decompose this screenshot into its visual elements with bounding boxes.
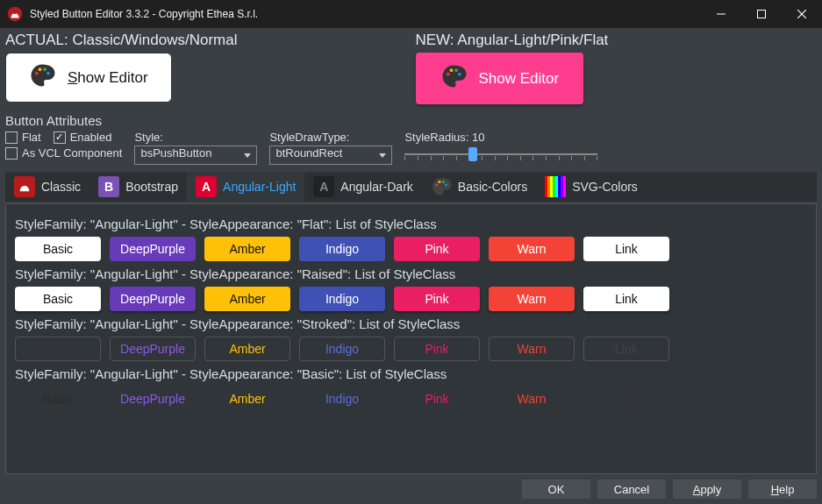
basic-indigo-button[interactable]: Indigo [299,387,385,411]
raised-deeppurple-button[interactable]: DeepPurple [110,287,196,311]
stroked-pink-button[interactable]: Pink [394,337,480,361]
svg-point-12 [458,73,461,76]
window-title: Styled Button Editor 3.3.2 - Copyright E… [30,8,701,20]
palette-icon [440,63,467,94]
stroked-warn-button[interactable]: Warn [489,337,575,361]
basic-amber-button[interactable]: Amber [204,387,290,411]
svg-point-13 [435,183,438,186]
drawtype-dropdown[interactable]: btRoundRect [269,146,392,165]
new-label: NEW: Angular-Light/Pink/Flat [416,32,818,49]
title-bar: Styled Button Editor 3.3.2 - Copyright E… [0,0,822,28]
classic-helmet-icon [14,176,35,197]
palette-icon [29,62,55,93]
bootstrap-icon: B [98,176,119,197]
flat-basic-button[interactable]: Basic [15,237,101,261]
flat-deeppurple-button[interactable]: DeepPurple [110,237,196,261]
flat-amber-button[interactable]: Amber [204,237,290,261]
stroked-basic-button[interactable]: Basic [15,337,101,361]
svg-point-15 [442,181,445,183]
raised-link-button[interactable]: Link [583,287,669,311]
actual-show-editor-button[interactable]: Show Editor [5,53,172,103]
svg-rect-22 [558,176,561,197]
new-show-editor-button[interactable]: Show Editor [416,53,584,104]
tab-basic-colors[interactable]: Basic-Colors [422,172,536,202]
raised-indigo-button[interactable]: Indigo [299,287,385,311]
style-class-panel: StyleFamily: "Angular-Light" - StyleAppe… [5,203,817,474]
svg-point-9 [446,73,449,76]
basic-basic-button[interactable]: Basic [15,387,101,411]
stroked-link-button[interactable]: Link [583,337,669,361]
actual-label: ACTUAL: Classic/Windows/Normal [5,32,407,49]
svg-rect-20 [553,176,555,197]
flat-pink-button[interactable]: Pink [394,237,480,261]
svg-rect-18 [547,176,550,197]
radius-label: StyleRadius: 10 [404,131,597,144]
palette-colors-icon [431,176,452,197]
svg-rect-24 [563,176,566,197]
svg-point-7 [43,67,46,71]
drawtype-label: StyleDrawType: [269,131,392,144]
svg-rect-17 [545,176,547,197]
angular-icon: A [196,176,217,197]
button-attributes-section: Button Attributes Flat Enabled As VCL Co… [5,113,817,165]
preview-row: ACTUAL: Classic/Windows/Normal Show Edit… [5,32,817,104]
group-stroked-header: StyleFamily: "Angular-Light" - StyleAppe… [15,316,807,331]
raised-basic-button[interactable]: Basic [15,287,101,311]
raised-amber-button[interactable]: Amber [204,287,290,311]
stroked-indigo-button[interactable]: Indigo [299,337,385,361]
help-button[interactable]: Help [748,479,817,499]
basic-pink-button[interactable]: Pink [394,387,480,411]
new-button-label: Show Editor [479,70,560,88]
as-vcl-checkbox[interactable]: As VCL Component [5,146,122,160]
tab-classic[interactable]: Classic [5,172,89,202]
basic-deeppurple-button[interactable]: DeepPurple [110,387,196,411]
tab-angular-dark[interactable]: A Angular-Dark [304,172,421,202]
flat-link-button[interactable]: Link [583,237,669,261]
group-flat-header: StyleFamily: "Angular-Light" - StyleAppe… [15,217,807,231]
close-button[interactable] [782,0,822,28]
dialog-footer: OK Cancel Apply Help [5,479,817,499]
maximize-button[interactable] [741,0,782,28]
svg-point-8 [46,72,50,75]
svg-point-11 [454,68,458,72]
basic-warn-button[interactable]: Warn [489,387,575,411]
attributes-title: Button Attributes [5,113,817,128]
family-tabs: Classic B Bootstrap A Angular-Light A An… [5,172,817,202]
flat-warn-button[interactable]: Warn [489,237,575,261]
svg-point-14 [438,181,440,183]
app-helmet-icon [7,6,23,22]
enabled-checkbox[interactable]: Enabled [54,131,112,144]
flat-indigo-button[interactable]: Indigo [299,237,385,261]
stroked-deeppurple-button[interactable]: DeepPurple [110,337,196,361]
flat-checkbox[interactable]: Flat [5,131,41,144]
svg-colors-icon [545,176,566,197]
svg-rect-21 [555,176,558,197]
tab-svg-colors[interactable]: SVG-Colors [536,172,647,202]
svg-point-6 [39,67,42,71]
style-label: Style: [134,131,257,144]
raised-pink-button[interactable]: Pink [394,287,480,311]
style-dropdown[interactable]: bsPushButton [134,146,257,165]
minimize-button[interactable] [701,0,741,28]
ok-button[interactable]: OK [522,479,590,499]
actual-button-label: Show Editor [68,69,148,87]
svg-rect-19 [550,176,553,197]
raised-warn-button[interactable]: Warn [489,287,575,311]
svg-point-10 [449,68,453,72]
svg-point-5 [35,72,39,75]
apply-button[interactable]: Apply [673,479,741,499]
tab-bootstrap[interactable]: B Bootstrap [89,172,187,202]
group-raised-header: StyleFamily: "Angular-Light" - StyleAppe… [15,266,807,281]
svg-point-16 [445,183,447,186]
angular-dark-icon: A [313,176,334,197]
radius-slider[interactable] [404,146,597,163]
tab-angular-light[interactable]: A Angular-Light [187,172,304,202]
basic-link-button[interactable]: Link [583,387,669,411]
group-basic-header: StyleFamily: "Angular-Light" - StyleAppe… [15,366,807,381]
svg-rect-23 [561,176,563,197]
stroked-amber-button[interactable]: Amber [204,337,290,361]
svg-rect-2 [758,11,766,18]
cancel-button[interactable]: Cancel [597,479,666,499]
